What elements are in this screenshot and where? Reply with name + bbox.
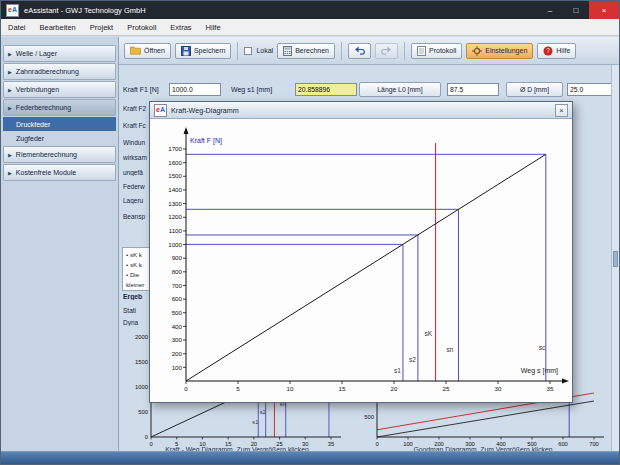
field-label-clipped: Kraft Fc	[123, 122, 150, 129]
open-button[interactable]: Öffnen	[124, 43, 171, 59]
redo-icon	[381, 46, 392, 55]
hilfe-button[interactable]: ? Hilfe	[537, 43, 576, 59]
sidebar: ▶ Welle / Lager ▶ Zahnradberechnung ▶ Ve…	[1, 37, 119, 451]
close-button[interactable]: ×	[589, 1, 619, 19]
durchmesser-d-input[interactable]	[567, 83, 613, 96]
sidebar-item-welle-lager[interactable]: ▶ Welle / Lager	[3, 45, 116, 62]
svg-text:Kraft F [N]: Kraft F [N]	[190, 137, 222, 145]
svg-text:1500: 1500	[135, 359, 148, 365]
undo-icon	[354, 46, 365, 55]
field-label-clipped: Lageru	[123, 197, 150, 204]
dialog-titlebar: eA Kraft-Weg-Diagramm ×	[150, 102, 572, 119]
sidebar-item-label: Welle / Lager	[16, 50, 57, 57]
save-button[interactable]: Speichern	[175, 43, 232, 59]
svg-text:?: ?	[546, 47, 550, 54]
svg-text:600: 600	[172, 295, 183, 302]
sidebar-item-kostenfreie-module[interactable]: ▶ Kostenfreie Module	[3, 164, 116, 181]
durchmesser-d-button[interactable]: Ø D [mm]	[506, 82, 563, 97]
sidebar-item-label: Zugfeder	[16, 135, 44, 142]
menu-item-datei[interactable]: Datei	[1, 21, 33, 34]
svg-text:sK: sK	[425, 330, 433, 337]
svg-text:15: 15	[339, 385, 346, 392]
sidebar-item-verbindungen[interactable]: ▶ Verbindungen	[3, 81, 116, 98]
lokal-checkbox-label: Lokal	[256, 47, 273, 54]
redo-button[interactable]	[375, 43, 398, 59]
svg-text:35: 35	[547, 385, 554, 392]
kraft-weg-chart: 1002003004005006007008009001000110012001…	[150, 119, 572, 402]
svg-text:500: 500	[172, 309, 183, 316]
lokal-checkbox[interactable]	[244, 47, 252, 55]
svg-text:s2: s2	[409, 356, 416, 363]
window-titlebar: eA eAssistant - GWJ Technology GmbH – □ …	[1, 1, 619, 19]
einstellungen-button[interactable]: Einstellungen	[466, 43, 533, 59]
menu-item-bearbeiten[interactable]: Bearbeiten	[33, 21, 83, 34]
dialog-close-button[interactable]: ×	[555, 104, 568, 117]
sidebar-item-druckfeder[interactable]: Druckfeder	[3, 117, 116, 131]
maximize-button[interactable]: □	[563, 1, 589, 19]
kraft-f1-input[interactable]	[169, 83, 221, 96]
svg-text:2000: 2000	[135, 334, 148, 340]
window-controls: – □ ×	[537, 1, 619, 19]
folder-open-icon	[130, 46, 141, 55]
svg-text:s2: s2	[260, 409, 266, 415]
help-icon: ?	[543, 46, 553, 56]
svg-text:500: 500	[364, 414, 374, 420]
svg-text:30: 30	[495, 385, 502, 392]
toolbar: Öffnen Speichern Lokal Berechnen	[119, 37, 619, 65]
sidebar-item-label: Riemenberechnung	[16, 151, 77, 158]
document-icon	[417, 46, 426, 56]
svg-text:800: 800	[172, 268, 183, 275]
chevron-right-icon: ▶	[8, 51, 12, 57]
einstellungen-button-label: Einstellungen	[485, 47, 527, 54]
protokoll-button[interactable]: Protokoll	[411, 43, 462, 59]
field-label-clipped: ungefä	[123, 169, 150, 176]
save-button-label: Speichern	[194, 47, 226, 54]
gear-icon	[472, 46, 482, 56]
dialog-icon: eA	[154, 104, 167, 117]
menu-item-hilfe[interactable]: Hilfe	[199, 21, 228, 34]
menu-item-extras[interactable]: Extras	[163, 21, 198, 34]
field-label-clipped: Kraft F2	[123, 105, 150, 112]
main-area: Kraft F1 [N] Weg s1 [mm] Länge L0 [mm] Ø…	[119, 65, 619, 451]
results-header: Ergeb	[123, 293, 150, 300]
chevron-right-icon: ▶	[8, 87, 12, 93]
svg-text:s1: s1	[394, 367, 401, 374]
scrollbar-thumb[interactable]	[613, 251, 618, 267]
open-button-label: Öffnen	[144, 47, 165, 54]
field-label-clipped: Federw	[123, 183, 150, 190]
laenge-l0-button[interactable]: Länge L0 [mm]	[359, 82, 441, 97]
sidebar-item-federberechnung[interactable]: ▶ Federberechnung	[3, 99, 116, 116]
results-line: Stati	[123, 307, 150, 314]
weg-s1-input[interactable]	[295, 83, 357, 96]
chevron-right-icon: ▶	[8, 170, 12, 176]
svg-text:1100: 1100	[169, 227, 183, 234]
sidebar-item-zugfeder[interactable]: Zugfeder	[3, 131, 116, 145]
svg-text:500: 500	[138, 409, 148, 415]
dialog-title: Kraft-Weg-Diagramm	[171, 106, 239, 115]
svg-text:20: 20	[391, 385, 398, 392]
sidebar-item-label: Verbindungen	[16, 86, 59, 93]
minimize-button[interactable]: –	[537, 1, 563, 19]
hilfe-button-label: Hilfe	[556, 47, 570, 54]
svg-text:700: 700	[172, 282, 183, 289]
menu-item-protokoll[interactable]: Protokoll	[120, 21, 163, 34]
sidebar-item-riemenberechnung[interactable]: ▶ Riemenberechnung	[3, 146, 116, 163]
kraft-weg-dialog: eA Kraft-Weg-Diagramm × 1002003004005006…	[149, 101, 573, 403]
svg-text:0: 0	[145, 434, 148, 440]
results-line: Dyna	[123, 319, 150, 326]
svg-text:1700: 1700	[168, 145, 182, 152]
undo-button[interactable]	[348, 43, 371, 59]
sidebar-item-zahnradberechnung[interactable]: ▶ Zahnradberechnung	[3, 63, 116, 80]
svg-text:5: 5	[236, 385, 240, 392]
sidebar-item-label: Zahnradberechnung	[16, 68, 79, 75]
dialog-body: 1002003004005006007008009001000110012001…	[150, 119, 572, 402]
vertical-scrollbar[interactable]	[611, 65, 619, 451]
berechnen-button-label: Berechnen	[295, 47, 329, 54]
berechnen-button[interactable]: Berechnen	[277, 43, 335, 59]
chevron-right-icon: ▶	[8, 105, 12, 111]
menubar: Datei Bearbeiten Projekt Protokoll Extra…	[1, 19, 619, 36]
menu-item-projekt[interactable]: Projekt	[83, 21, 120, 34]
sidebar-item-label: Federberechnung	[16, 104, 71, 111]
app-logo-icon: eA	[6, 4, 19, 17]
laenge-l0-input[interactable]	[447, 83, 499, 96]
